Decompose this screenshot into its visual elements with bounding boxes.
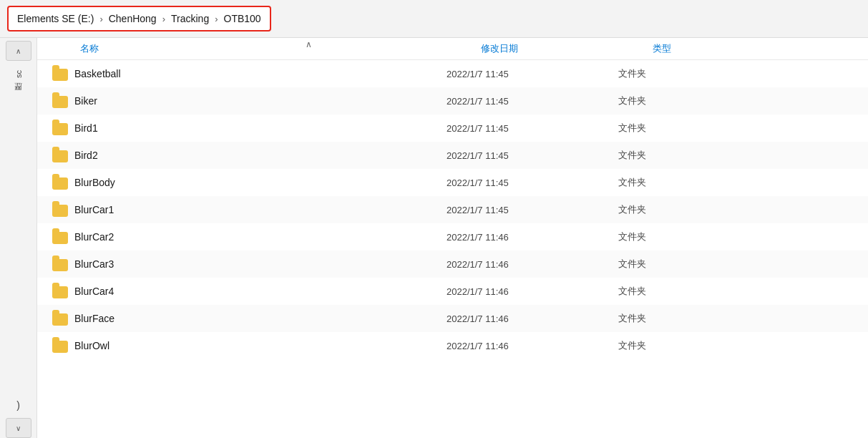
file-name: BlurCar1 [74,204,447,215]
file-type: 文件夹 [618,258,761,271]
file-type: 文件夹 [618,67,761,80]
col-header-date[interactable]: 修改日期 [481,42,653,55]
separator-1: › [99,14,102,24]
table-row[interactable]: BlurBody2022/1/7 11:45文件夹 [37,169,868,196]
folder-icon [52,148,69,162]
file-date: 2022/1/7 11:46 [447,286,618,297]
table-row[interactable]: Basketball2022/1/7 11:45文件夹 [37,60,868,87]
file-date: 2022/1/7 11:45 [447,205,618,215]
file-name: BlurFace [74,313,447,324]
separator-3: › [215,14,218,24]
file-name: Bird2 [74,150,447,161]
file-date: 2022/1/7 11:46 [447,341,618,351]
folder-icon [52,339,69,353]
separator-2: › [162,14,165,24]
file-name: Biker [74,95,447,107]
table-row[interactable]: BlurCar42022/1/7 11:46文件夹 [37,278,868,305]
file-name: Basketball [74,68,447,79]
table-row[interactable]: BlurOwl2022/1/7 11:46文件夹 [37,332,868,359]
file-date: 2022/1/7 11:45 [447,150,618,161]
sidebar-label-sc: sc [6,64,31,84]
folder-icon [52,121,69,135]
file-type: 文件夹 [618,176,761,189]
breadcrumb-tracking[interactable]: Tracking [171,13,209,24]
folder-icon [52,284,69,298]
file-type: 文件夹 [618,149,761,162]
breadcrumb-drive[interactable]: Elements SE (E:) [17,13,94,24]
file-type: 文件夹 [618,339,761,352]
file-date: 2022/1/7 11:46 [447,232,618,243]
table-row[interactable]: BlurCar32022/1/7 11:46文件夹 [37,250,868,278]
col-header-type[interactable]: 类型 [653,42,796,55]
file-type: 文件夹 [618,285,761,298]
file-type: 文件夹 [618,203,761,216]
main-area: ∧ sc 歷 ) ∨ ∧ 名称 修改日期 类型 Basketball2022/1… [0,38,868,438]
address-bar[interactable]: Elements SE (E:) › ChenHong › Tracking ›… [7,6,271,31]
file-name: BlurCar2 [74,231,447,243]
file-name: BlurBody [74,177,447,188]
address-bar-container: Elements SE (E:) › ChenHong › Tracking ›… [0,0,868,38]
breadcrumb-chenhong[interactable]: ChenHong [109,13,157,24]
folder-icon [52,230,69,244]
file-area[interactable]: ∧ 名称 修改日期 类型 Basketball2022/1/7 11:45文件夹… [37,38,868,438]
sidebar-text-paren: ) [16,399,20,411]
file-date: 2022/1/7 11:45 [447,177,618,188]
sidebar-label-paren: ) [6,395,31,415]
file-list: Basketball2022/1/7 11:45文件夹Biker2022/1/7… [37,60,868,359]
file-date: 2022/1/7 11:45 [447,69,618,79]
column-headers: ∧ 名称 修改日期 类型 [37,38,868,60]
table-row[interactable]: BlurCar22022/1/7 11:46文件夹 [37,223,868,250]
sidebar-label-history: 歷 [6,87,31,107]
folder-icon [52,67,69,81]
file-date: 2022/1/7 11:46 [447,259,618,270]
folder-icon [52,311,69,326]
table-row[interactable]: Bird12022/1/7 11:45文件夹 [37,115,868,142]
table-row[interactable]: BlurFace2022/1/7 11:46文件夹 [37,305,868,332]
file-type: 文件夹 [618,312,761,325]
table-row[interactable]: Bird22022/1/7 11:45文件夹 [37,142,868,169]
folder-icon [52,257,69,271]
file-name: BlurCar3 [74,258,447,270]
folder-icon [52,175,69,190]
file-name: Bird1 [74,122,447,134]
file-date: 2022/1/7 11:46 [447,313,618,324]
file-type: 文件夹 [618,122,761,135]
sidebar: ∧ sc 歷 ) ∨ [0,38,37,438]
file-date: 2022/1/7 11:45 [447,96,618,107]
file-type: 文件夹 [618,230,761,243]
breadcrumb-otb100[interactable]: OTB100 [224,13,261,24]
file-date: 2022/1/7 11:45 [447,123,618,134]
file-name: BlurCar4 [74,286,447,297]
sidebar-text-sc: sc [14,70,23,78]
file-name: BlurOwl [74,340,447,351]
table-row[interactable]: BlurCar12022/1/7 11:45文件夹 [37,196,868,223]
table-row[interactable]: Biker2022/1/7 11:45文件夹 [37,87,868,115]
folder-icon [52,203,69,217]
file-type: 文件夹 [618,94,761,107]
sidebar-scroll-down[interactable]: ∨ [6,418,31,438]
folder-icon [52,94,69,108]
sidebar-scroll-up[interactable]: ∧ [6,41,31,61]
col-header-name[interactable]: 名称 [80,42,481,55]
sort-arrow: ∧ [306,39,312,49]
